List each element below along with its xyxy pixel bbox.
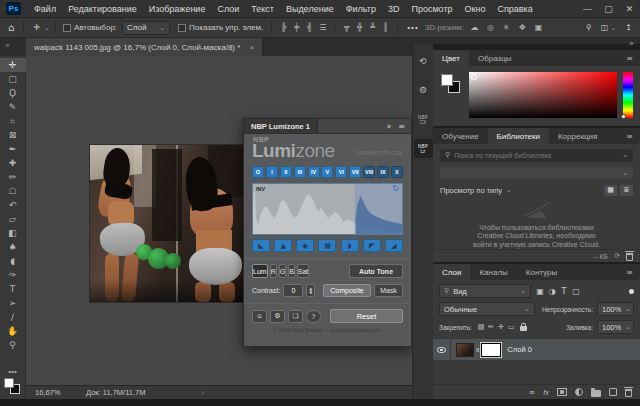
reset-button[interactable]: Reset <box>330 309 403 323</box>
clone-stamp-tool[interactable]: ☖ <box>0 184 26 198</box>
foreground-color-swatch[interactable] <box>4 378 14 388</box>
zone-button[interactable]: II <box>280 166 292 178</box>
eraser-tool[interactable]: ▱ <box>0 212 26 226</box>
layer-style-icon[interactable]: fx <box>543 388 549 397</box>
zoom-level-field[interactable]: 16,67% <box>26 388 72 397</box>
zone-button[interactable]: IX <box>377 166 389 178</box>
tab-channels[interactable]: Каналы <box>470 264 516 280</box>
file-button[interactable]: ❏ <box>288 310 303 323</box>
zone-button[interactable]: I <box>266 166 278 178</box>
lumizone-panel-tab[interactable]: NBP Lumizone 1 <box>244 119 318 133</box>
zone-preset-button[interactable]: ◗ <box>341 239 359 252</box>
menu-item[interactable]: Окно <box>459 4 492 14</box>
layer-row[interactable]: 8 Слой 0 <box>433 339 640 360</box>
crop-tool[interactable]: ⌗ <box>0 114 26 128</box>
grid-view-icon[interactable]: ▦ <box>604 185 617 196</box>
zone-button[interactable]: X <box>391 166 403 178</box>
move-tool-icon[interactable]: ✛ <box>29 23 44 32</box>
trash-icon[interactable] <box>626 253 633 261</box>
zone-button[interactable]: VIII <box>363 166 375 178</box>
panel-menu-icon[interactable]: ≡ <box>398 122 405 131</box>
zone-button[interactable]: VII <box>349 166 361 178</box>
hue-picker-dot[interactable] <box>621 114 626 119</box>
layer-filter-type-icon[interactable]: T <box>558 287 570 296</box>
help-button[interactable]: ? <box>306 310 321 323</box>
move-tool[interactable]: ✛ <box>0 58 26 72</box>
library-select-dropdown[interactable]: ⌄ <box>440 167 633 179</box>
gradient-tool[interactable]: ◧ <box>0 226 26 240</box>
collapse-panels-icon[interactable]: » <box>629 39 634 48</box>
adjustment-layer-icon[interactable] <box>575 388 583 396</box>
mode3d-icon[interactable]: ☁ <box>468 23 481 32</box>
show-controls-checkbox[interactable] <box>178 24 186 32</box>
chevron-down-icon[interactable]: ⌄ <box>44 24 50 32</box>
zone-button[interactable]: V <box>321 166 333 178</box>
panel-menu-icon[interactable]: ≡ <box>626 264 640 280</box>
chevron-down-icon[interactable]: ⌄ <box>622 151 628 159</box>
chevron-down-icon[interactable]: ⌄ <box>506 186 512 194</box>
layer-filter-dropdown[interactable]: ⚲ Вид ⌄ <box>439 284 531 298</box>
marquee-tool[interactable]: ▢ <box>0 72 26 86</box>
foreground-color-swatch[interactable] <box>441 74 453 86</box>
panel-menu-icon[interactable]: ≡ <box>626 50 640 66</box>
line-tool[interactable]: ∕ <box>0 310 26 324</box>
search-icon[interactable]: ⚲ <box>586 23 592 32</box>
tab-libraries[interactable]: Библиотеки <box>488 128 549 144</box>
view-by-type-label[interactable]: Просмотр по типу <box>440 186 502 195</box>
path-selection-tool[interactable]: ➢ <box>0 296 26 310</box>
share-icon[interactable]: ↥ <box>625 23 632 32</box>
menu-item[interactable]: Файл <box>28 4 62 14</box>
lasso-tool[interactable]: Ϙ <box>0 86 26 100</box>
history-panel-icon[interactable]: ⟲ <box>414 52 433 71</box>
layer-filter-type-icon[interactable]: ◑ <box>546 287 558 296</box>
autoselect-checkbox[interactable] <box>63 24 71 32</box>
filter-toggle-dot[interactable] <box>629 289 634 294</box>
blend-mode-dropdown[interactable]: Обычные ⌄ <box>439 302 535 316</box>
contrast-value[interactable]: 0 <box>283 284 303 297</box>
pen-tool[interactable]: ✑ <box>0 268 26 282</box>
color-picker-ring[interactable] <box>471 74 477 80</box>
zone-preset-button[interactable]: ◆ <box>296 239 314 252</box>
channel-button[interactable]: R <box>270 264 277 278</box>
lock-type-icon[interactable]: ✏ <box>486 323 496 331</box>
zone-button[interactable]: O <box>252 166 264 178</box>
frame-tool[interactable]: ⊠ <box>0 128 26 142</box>
zone-preset-button[interactable]: ◤ <box>363 239 381 252</box>
align-icon[interactable]: ╣ <box>303 23 316 32</box>
channel-button[interactable]: Lum <box>252 264 268 278</box>
tab-color[interactable]: Цвет <box>433 50 469 66</box>
layer-name[interactable]: Слой 0 <box>507 345 532 354</box>
brush-tool[interactable]: ✏ <box>0 170 26 184</box>
opacity-dropdown[interactable]: 100% ⌄ <box>597 302 634 316</box>
healing-brush-tool[interactable]: ✚ <box>0 156 26 170</box>
minimize-button[interactable]: — <box>577 4 598 14</box>
photo-document[interactable] <box>90 145 250 302</box>
nbp-lumizone-panel-icon[interactable]: NBP Lz <box>414 139 433 158</box>
distribute-icon[interactable]: ╬ <box>353 23 366 32</box>
tab-swatches[interactable]: Образцы <box>469 50 521 66</box>
zone-preset-button[interactable]: ◢ <box>385 239 403 252</box>
zone-preset-button[interactable]: ▲ <box>274 239 292 252</box>
invert-label[interactable]: INV <box>256 186 265 192</box>
edit-toolbar-icon[interactable]: ••• <box>8 369 16 375</box>
close-button[interactable]: ✕ <box>619 4 640 14</box>
contrast-stepper[interactable]: ▲ ▼ <box>306 284 315 297</box>
new-layer-icon[interactable] <box>609 388 617 396</box>
distribute-icon[interactable]: ╦ <box>340 23 353 32</box>
hand-tool[interactable]: ✋ <box>0 324 26 338</box>
menu-item[interactable]: Слои <box>211 4 245 14</box>
library-search-input[interactable]: ⚲ Поиск по текущей библиотеке ⌄ <box>440 149 633 162</box>
type-tool[interactable]: T <box>0 282 26 296</box>
dodge-tool[interactable]: ◖ <box>0 254 26 268</box>
sync-icon[interactable]: ⟳ <box>614 252 620 260</box>
mode3d-icon[interactable]: ✳ <box>500 23 513 32</box>
zone-button[interactable]: III <box>294 166 306 178</box>
lumizone-header[interactable]: NBP Lumizone 1 » ≡ <box>244 119 411 134</box>
tab-paths[interactable]: Контуры <box>517 264 566 280</box>
lock-all-icon[interactable] <box>520 326 527 331</box>
delete-layer-icon[interactable] <box>625 389 632 397</box>
layer-thumbnail[interactable] <box>456 343 474 357</box>
quick-selection-tool[interactable]: ✎ <box>0 100 26 114</box>
collapse-panel-icon[interactable]: » <box>386 122 391 131</box>
mask-button[interactable]: Mask <box>374 284 403 297</box>
